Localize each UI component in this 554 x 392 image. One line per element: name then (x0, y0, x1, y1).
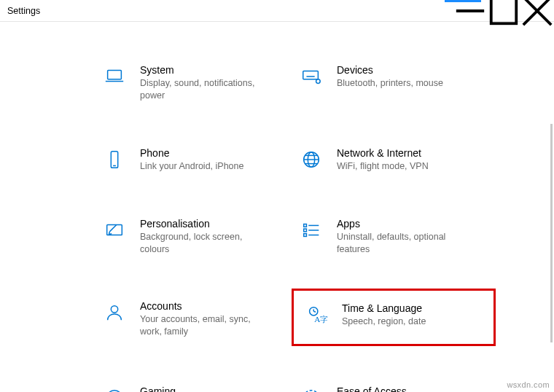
category-desc: Speech, region, date (342, 315, 426, 328)
maximize-button[interactable] (487, 0, 520, 21)
svg-rect-21 (304, 224, 307, 227)
svg-rect-25 (304, 233, 307, 236)
accessibility-icon (299, 385, 324, 392)
category-desc: Bluetooth, printers, mouse (337, 77, 443, 90)
list-icon (299, 218, 324, 243)
keyboard-icon (299, 64, 324, 89)
minimize-button[interactable] (453, 0, 487, 21)
category-network[interactable]: Network & Internet WiFi, flight mode, VP… (292, 141, 496, 179)
category-title: Apps (337, 218, 461, 230)
category-title: Accounts (140, 300, 264, 312)
laptop-icon (102, 64, 127, 89)
xbox-icon (102, 385, 127, 392)
svg-rect-6 (303, 71, 319, 79)
category-accounts[interactable]: Accounts Your accounts, email, sync, wor… (95, 294, 284, 346)
globe-icon (299, 147, 324, 172)
svg-rect-4 (108, 71, 122, 79)
svg-text:A字: A字 (314, 315, 327, 324)
category-title: Ease of Access (337, 385, 407, 392)
category-personalisation[interactable]: Personalisation Background, lock screen,… (95, 212, 284, 262)
window-controls (453, 0, 554, 21)
watermark: wsxdn.com (507, 380, 550, 389)
category-time-language[interactable]: A字 Time & Language Speech, region, date (292, 289, 496, 346)
category-title: Time & Language (342, 302, 426, 314)
person-icon (102, 300, 127, 325)
category-title: Gaming (140, 385, 176, 392)
phone-icon (102, 147, 127, 172)
category-desc: Your accounts, email, sync, work, family (140, 313, 264, 338)
category-title: Personalisation (140, 218, 264, 230)
settings-grid: System Display, sound, notifications, po… (0, 22, 554, 392)
title-bar: Settings (0, 0, 554, 22)
category-desc: Link your Android, iPhone (140, 160, 243, 173)
svg-point-27 (111, 306, 117, 313)
close-button[interactable] (520, 0, 554, 21)
accent-strip (445, 0, 481, 2)
category-desc: WiFi, flight mode, VPN (337, 160, 429, 173)
svg-point-7 (316, 79, 321, 84)
vertical-scrollbar[interactable] (550, 124, 553, 342)
category-phone[interactable]: Phone Link your Android, iPhone (95, 141, 284, 179)
window-title: Settings (7, 6, 40, 16)
category-desc: Display, sound, notifications, power (140, 77, 264, 102)
category-title: Phone (140, 147, 243, 159)
clock-language-icon: A字 (304, 302, 329, 327)
category-title: Network & Internet (337, 147, 429, 159)
category-devices[interactable]: Devices Bluetooth, printers, mouse (292, 58, 496, 108)
category-title: Devices (337, 64, 443, 76)
svg-rect-23 (304, 229, 307, 232)
svg-line-30 (313, 312, 316, 313)
svg-rect-1 (491, 0, 517, 23)
category-ease-of-access[interactable]: Ease of Access (292, 380, 496, 392)
category-desc: Background, lock screen, colours (140, 231, 264, 256)
category-desc: Uninstall, defaults, optional features (337, 231, 461, 256)
category-gaming[interactable]: Gaming (95, 380, 284, 392)
category-title: System (140, 64, 264, 76)
category-system[interactable]: System Display, sound, notifications, po… (95, 58, 284, 108)
category-apps[interactable]: Apps Uninstall, defaults, optional featu… (292, 212, 496, 262)
paintbrush-icon (102, 218, 127, 243)
